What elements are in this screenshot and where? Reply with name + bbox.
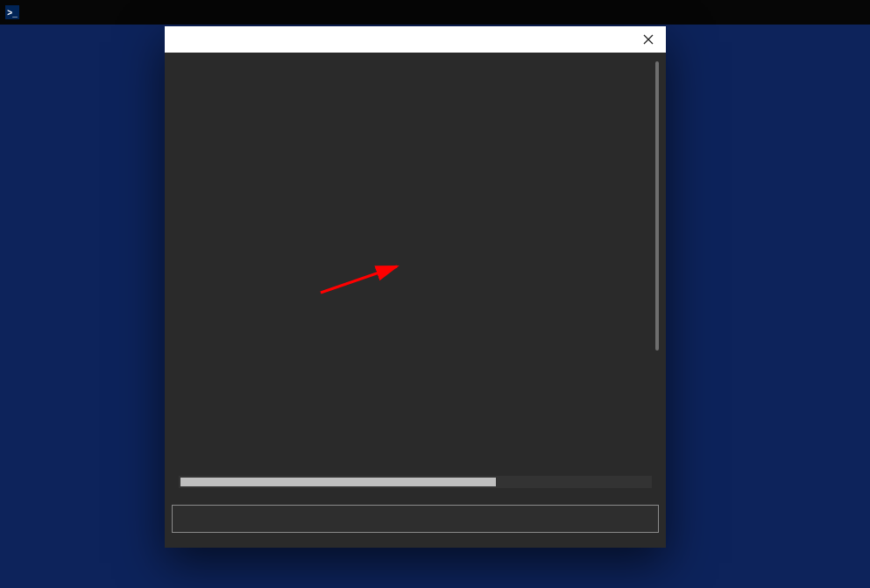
dialog-header — [165, 26, 666, 53]
allowlist-blocklist-dialog — [165, 26, 666, 548]
dialog-footer — [165, 497, 666, 548]
powershell-icon: >_ — [5, 5, 19, 19]
dialog-body — [165, 53, 666, 497]
window-titlebar: >_ — [0, 0, 870, 25]
close-button[interactable] — [640, 31, 657, 48]
save-button[interactable] — [172, 505, 659, 533]
app-list[interactable] — [172, 56, 659, 488]
vertical-scrollbar[interactable] — [655, 61, 659, 351]
horizontal-scrollbar[interactable] — [179, 476, 652, 488]
close-icon — [643, 34, 654, 45]
horizontal-scrollbar-thumb[interactable] — [180, 478, 496, 486]
